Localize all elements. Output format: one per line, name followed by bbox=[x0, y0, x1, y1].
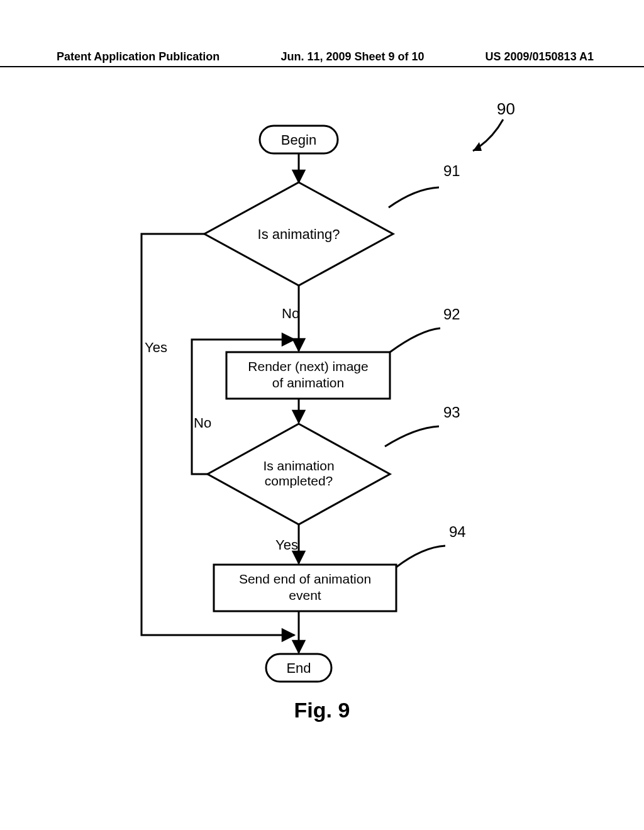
header-right: US 2009/0150813 A1 bbox=[486, 50, 594, 64]
begin-label: Begin bbox=[281, 132, 316, 148]
ref-94-label: 94 bbox=[449, 523, 466, 540]
header-center: Jun. 11, 2009 Sheet 9 of 10 bbox=[280, 50, 424, 64]
ref-90-label: 90 bbox=[497, 99, 515, 118]
ref-92-label: 92 bbox=[443, 306, 460, 323]
decision-animation-completed: Is animation completed? bbox=[208, 424, 390, 524]
end-node: End bbox=[266, 654, 331, 682]
ref-90-arrowhead bbox=[473, 142, 482, 151]
process-send-end-event: Send end of animation event bbox=[214, 565, 396, 611]
d2-l2: completed? bbox=[265, 473, 333, 488]
page-header: Patent Application Publication Jun. 11, … bbox=[0, 50, 644, 67]
d2-l1: Is animation bbox=[263, 458, 334, 473]
end-label: End bbox=[286, 660, 311, 676]
decision-is-animating: Is animating? bbox=[204, 182, 393, 285]
d1-label: Is animating? bbox=[258, 226, 340, 242]
p1-l2: of animation bbox=[272, 375, 344, 390]
process-render-image: Render (next) image of animation bbox=[226, 352, 390, 399]
figure-caption: Fig. 9 bbox=[0, 698, 644, 722]
ref-94-leader bbox=[396, 546, 445, 567]
d1-no-label: No bbox=[282, 306, 299, 321]
flowchart: Begin Is animating? 91 No Render (next) … bbox=[0, 88, 644, 694]
ref-93-leader bbox=[385, 426, 439, 446]
p2-l2: event bbox=[289, 588, 321, 602]
header-left: Patent Application Publication bbox=[57, 50, 219, 64]
p2-l1: Send end of animation bbox=[239, 572, 371, 586]
ref-91-label: 91 bbox=[443, 162, 460, 179]
ref-92-leader bbox=[390, 328, 440, 352]
d1-yes-label: Yes bbox=[145, 340, 167, 355]
p1-l1: Render (next) image bbox=[248, 359, 368, 374]
ref-93-label: 93 bbox=[443, 404, 460, 421]
d2-yes-label: Yes bbox=[275, 537, 298, 553]
ref-91-leader bbox=[389, 187, 439, 208]
begin-node: Begin bbox=[260, 126, 338, 153]
d2-no-label: No bbox=[194, 415, 211, 431]
